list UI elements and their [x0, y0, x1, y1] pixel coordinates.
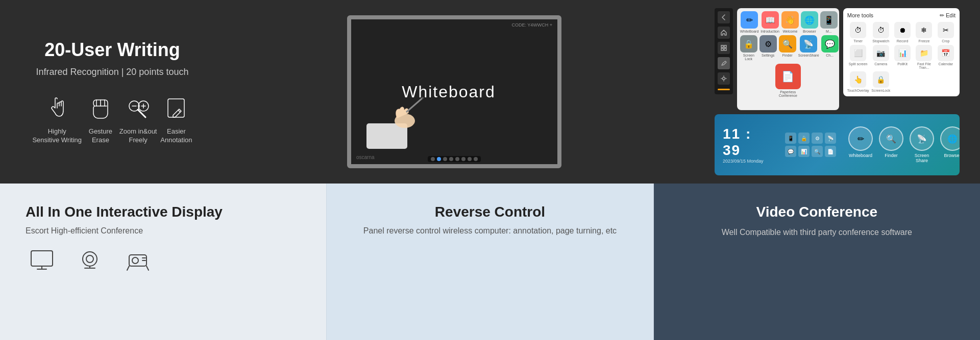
app-more-icon: 📱 [820, 11, 838, 29]
tool-screenlock[interactable]: 🔒 ScreenLock [871, 71, 891, 92]
app-screenshare[interactable]: 📡 ScreenShare [798, 35, 819, 61]
device-sidebar [715, 8, 733, 94]
mini-icon-4[interactable]: 📡 [825, 133, 836, 144]
clock-time: 11 : 39 [723, 126, 768, 159]
zoom-label: Zoom in&outFreely [119, 127, 157, 145]
mini-icon-6[interactable]: 📊 [798, 146, 810, 157]
app-whiteboard-icon: ✏ [741, 11, 758, 29]
tools-grid: ⏱ Timer ⏱ Stopwatch ⏺ Record ❄ Freeze [847, 22, 955, 92]
mini-icon-1[interactable]: 📱 [785, 133, 796, 144]
bottom-app-whiteboard[interactable]: ✏ Whiteboard [848, 126, 873, 163]
app-ch-label: Ch... [826, 54, 834, 57]
sidebar-settings-icon[interactable] [718, 72, 730, 85]
toolbar-dot [449, 157, 453, 161]
glove-icon [85, 93, 116, 123]
app-settings[interactable]: ⚙ Settings [760, 35, 777, 61]
edit-icon [161, 93, 191, 123]
brand-label: oscarna [356, 154, 375, 160]
mini-icon-7[interactable]: 🔍 [812, 146, 823, 157]
bottom-app-whiteboard-circle: ✏ [848, 126, 873, 151]
svg-rect-18 [721, 48, 723, 50]
tool-camera-icon: 📷 [873, 45, 889, 61]
tool-crop[interactable]: ✂ Crop [936, 22, 955, 43]
svg-point-25 [132, 257, 138, 264]
app-ch[interactable]: 💬 Ch... [821, 35, 839, 61]
sidebar-accent-bar [718, 89, 730, 90]
app-welcome[interactable]: 👋 Welcome [781, 11, 799, 33]
app-screenlock-icon: 🔒 [740, 35, 757, 53]
app-screenlock[interactable]: 🔒 Screen Lock [740, 35, 757, 61]
tool-pollkit[interactable]: 📊 PollKit [893, 45, 912, 69]
monitor-icon [26, 247, 58, 274]
mini-icon-3[interactable]: ⚙ [812, 133, 823, 144]
bottom-app-browser-circle: 🌐 [940, 126, 960, 151]
zoom-icon [123, 93, 154, 123]
hand-writing-illustration [366, 88, 448, 149]
center-panel: CODE: Y4WWCH + Whiteboard [204, 5, 704, 178]
tool-splitscreen[interactable]: ⬜ Split screen [847, 45, 869, 69]
toolbar-dot [474, 157, 478, 161]
mini-icon-8[interactable]: 📄 [825, 146, 836, 157]
tool-stopwatch[interactable]: ⏱ Stopwatch [871, 22, 891, 43]
mini-icon-2[interactable]: 🔒 [798, 133, 810, 144]
mini-icon-5[interactable]: 💬 [785, 146, 796, 157]
tool-calendar-icon: 📅 [938, 45, 954, 61]
col1-title: All In One Interactive Display [26, 204, 223, 220]
app-screenshare-icon: 📡 [800, 35, 817, 53]
bottom-col-1: All In One Interactive Display Escort Hi… [0, 184, 326, 340]
sidebar-pen-icon[interactable] [718, 57, 730, 69]
tool-record[interactable]: ⏺ Record [893, 22, 912, 43]
icon-item-annotation: EasierAnnotation [160, 93, 192, 145]
app-whiteboard[interactable]: ✏ WhiteBoard [740, 11, 759, 33]
code-bar: CODE: Y4WWCH + [511, 22, 552, 28]
tool-freeze[interactable]: ❄ Freeze [914, 22, 934, 43]
tool-fastfile-label: Fast File Tran... [914, 62, 934, 69]
app-introduction[interactable]: 📖 Introduction [761, 11, 779, 33]
app-screenlock-label: Screen Lock [740, 54, 757, 61]
tool-fastfile[interactable]: 📁 Fast File Tran... [914, 45, 934, 69]
col1-icon-projector [121, 247, 154, 274]
app-paperless[interactable]: 📄 PaperlessConference [740, 64, 836, 97]
whiteboard-frame: CODE: Y4WWCH + Whiteboard [347, 15, 561, 168]
projector-icon [121, 247, 154, 274]
toolbar-dot-active [437, 157, 441, 161]
tool-pollkit-label: PollKit [897, 62, 908, 66]
svg-rect-16 [721, 45, 723, 47]
bottom-col-2: Reverse Control Panel reverse control wi… [326, 184, 653, 340]
app-finder[interactable]: 🔍 Finder [779, 35, 796, 61]
app-finder-label: Finder [782, 54, 793, 57]
app-browser-icon: 🌐 [801, 11, 818, 29]
tool-stopwatch-icon: ⏱ [873, 22, 889, 38]
bottom-app-finder[interactable]: 🔍 Finder [879, 126, 903, 163]
more-tools-edit[interactable]: ✏ Edit [940, 12, 955, 19]
sidebar-back-icon[interactable] [718, 11, 730, 23]
col3-subtitle: Well Compatible with third party confere… [722, 226, 912, 239]
main-app-row-2: 🔒 Screen Lock ⚙ Settings 🔍 Finder 📡 Scre… [740, 35, 836, 61]
right-panels: ✏ WhiteBoard 📖 Introduction 👋 Welcome 🌐 … [715, 8, 960, 175]
bottom-apps-row: ✏ Whiteboard 🔍 Finder 📡 Screen Share 🌐 B… [840, 122, 960, 167]
clock-apps-panel: 11 : 39 2023/09/15 Monday 📱 🔒 ⚙ 📡 💬 📊 🔍 … [715, 114, 960, 175]
svg-point-23 [86, 255, 93, 263]
tool-timer[interactable]: ⏱ Timer [847, 22, 869, 43]
bottom-app-screenshare[interactable]: 📡 Screen Share [910, 126, 934, 163]
tool-calendar[interactable]: 📅 Calendar [936, 45, 955, 69]
app-more[interactable]: 📱 M... [820, 11, 838, 33]
app-browser[interactable]: 🌐 Browser [801, 11, 818, 33]
tool-touchoverlay-icon: 👆 [850, 71, 866, 88]
bottom-section: All In One Interactive Display Escort Hi… [0, 184, 980, 340]
svg-line-14 [406, 98, 423, 112]
sidebar-home-icon[interactable] [718, 27, 730, 39]
tool-camera[interactable]: 📷 Camera [871, 45, 891, 69]
svg-point-22 [83, 252, 97, 266]
tool-stopwatch-label: Stopwatch [872, 39, 889, 43]
bottom-app-screenshare-label: Screen Share [910, 153, 934, 163]
left-panel: 20-User Writing Infrared Recognition | 2… [20, 29, 204, 155]
bottom-app-browser[interactable]: 🌐 Browser [940, 126, 960, 163]
col3-title: Video Conference [756, 204, 878, 220]
icon-item-gesture: GestureErase [85, 93, 116, 145]
tool-crop-icon: ✂ [938, 22, 954, 38]
sidebar-grid-icon[interactable] [718, 42, 730, 54]
app-paperless-label: PaperlessConference [779, 90, 797, 97]
tool-touchoverlay[interactable]: 👆 TouchOverlay [847, 71, 869, 92]
main-app-row-1: ✏ WhiteBoard 📖 Introduction 👋 Welcome 🌐 … [740, 11, 836, 33]
